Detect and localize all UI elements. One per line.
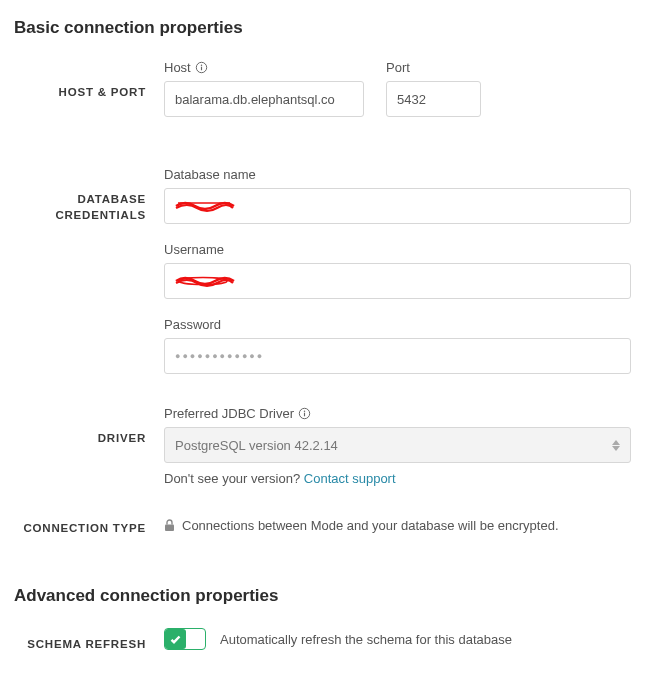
dbname-input[interactable] — [164, 188, 631, 224]
svg-point-1 — [201, 64, 202, 65]
schema-refresh-row: SCHEMA REFRESH Automatically refresh the… — [14, 628, 631, 652]
svg-rect-2 — [201, 67, 202, 71]
credentials-row: DATABASE CREDENTIALS Database name Usern… — [14, 167, 631, 374]
redacted-mark — [175, 274, 235, 288]
driver-select[interactable]: PostgreSQL version 42.2.14 — [164, 427, 631, 463]
port-input[interactable] — [386, 81, 481, 117]
info-icon[interactable] — [195, 61, 208, 74]
host-field-label: Host — [164, 60, 191, 75]
dbname-field-label: Database name — [164, 167, 256, 182]
username-input[interactable] — [164, 263, 631, 299]
driver-row: DRIVER Preferred JDBC Driver PostgreSQL … — [14, 406, 631, 486]
redacted-mark — [175, 199, 235, 213]
schema-refresh-text: Automatically refresh the schema for thi… — [220, 632, 512, 647]
connection-type-text: Connections between Mode and your databa… — [182, 518, 559, 533]
connection-type-row: CONNECTION TYPE Connections between Mode… — [14, 518, 631, 536]
port-field-label: Port — [386, 60, 410, 75]
basic-section-title: Basic connection properties — [14, 18, 631, 38]
username-field-label: Username — [164, 242, 224, 257]
svg-rect-7 — [304, 413, 305, 417]
schema-refresh-label: SCHEMA REFRESH — [14, 628, 164, 652]
driver-field-label: Preferred JDBC Driver — [164, 406, 294, 421]
host-input[interactable] — [164, 81, 364, 117]
chevron-updown-icon — [612, 440, 620, 451]
lock-icon — [164, 519, 175, 532]
driver-label: DRIVER — [14, 406, 164, 486]
driver-helper-text: Don't see your version? Contact support — [164, 471, 631, 486]
svg-rect-8 — [165, 525, 174, 532]
contact-support-link[interactable]: Contact support — [304, 471, 396, 486]
password-input[interactable] — [164, 338, 631, 374]
password-field-label: Password — [164, 317, 221, 332]
host-port-label: HOST & PORT — [14, 60, 164, 135]
svg-point-6 — [304, 410, 305, 411]
credentials-label: DATABASE CREDENTIALS — [14, 167, 164, 374]
schema-refresh-toggle[interactable] — [164, 628, 206, 650]
driver-selected-value: PostgreSQL version 42.2.14 — [175, 438, 338, 453]
advanced-section-title: Advanced connection properties — [14, 586, 631, 606]
connection-type-label: CONNECTION TYPE — [14, 518, 164, 536]
info-icon[interactable] — [298, 407, 311, 420]
host-port-row: HOST & PORT Host Port — [14, 60, 631, 135]
